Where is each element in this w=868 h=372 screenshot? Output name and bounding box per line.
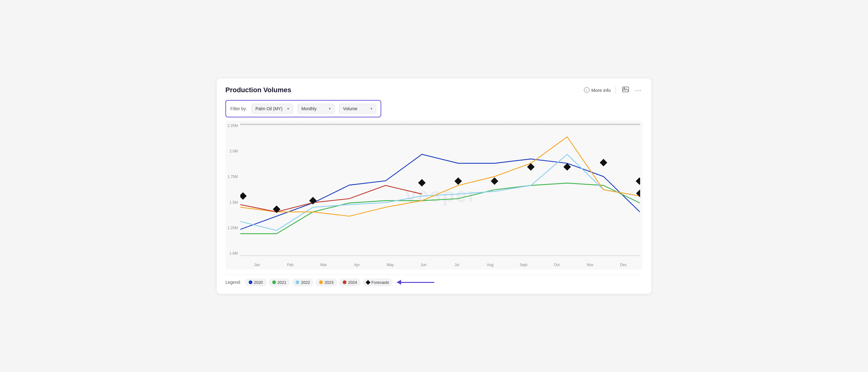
forecast-nov: [636, 177, 640, 185]
forecast-oct: [600, 159, 607, 166]
legend-dot-2022: [296, 280, 299, 284]
more-info-button[interactable]: i More info: [584, 87, 611, 93]
legend-row: Legend: 2020 2021 2022 2023 2024 Forecas…: [225, 275, 643, 287]
legend-item-forecasts[interactable]: Forecasts: [363, 279, 393, 286]
legend-item-2024[interactable]: 2024: [339, 279, 361, 286]
y-label-225: 2.25M: [227, 124, 238, 128]
x-label-may: May: [373, 263, 407, 267]
y-axis: 2.25M 2.0M 1.75M 1.5M 1.25M 1.0M: [225, 124, 240, 256]
header-actions: i More info ···: [584, 86, 643, 94]
legend-dot-2023: [319, 280, 323, 284]
x-label-apr: Apr: [340, 263, 373, 267]
line-2021: [240, 183, 640, 234]
legend-text-2022: 2022: [301, 280, 310, 285]
legend-item-2020[interactable]: 2020: [245, 279, 267, 286]
image-button[interactable]: [621, 86, 630, 94]
legend-dot-2020: [249, 280, 252, 284]
period-select-wrapper: Monthly Weekly Quarterly Annual ▼: [298, 104, 335, 114]
legend-item-2021[interactable]: 2021: [269, 279, 290, 286]
period-select[interactable]: Monthly Weekly Quarterly Annual: [298, 104, 335, 114]
y-label-125: 1.25M: [227, 226, 238, 230]
arrow-container: [397, 282, 434, 283]
line-2023: [240, 136, 640, 216]
line-2020: [240, 154, 640, 229]
y-label-200: 2.0M: [229, 149, 238, 153]
legend-text-2023: 2023: [324, 280, 333, 285]
x-label-nov: Nov: [574, 263, 607, 267]
x-axis: Jan Feb Mar Apr May Jun Jul Aug Sept Oct…: [240, 263, 640, 267]
y-label-100: 1.0M: [229, 251, 238, 255]
legend-text-forecasts: Forecasts: [371, 280, 389, 285]
commodity-select-wrapper: Palm Oil (MY) Palm Oil (ID) Soybean Oil …: [251, 104, 293, 114]
x-label-mar: Mar: [307, 263, 340, 267]
x-label-dec: Dec: [607, 263, 640, 267]
legend-text-2020: 2020: [254, 280, 263, 285]
x-label-jan: Jan: [240, 263, 274, 267]
x-label-sept: Sept: [507, 263, 540, 267]
legend-item-2022[interactable]: 2022: [292, 279, 314, 286]
chart-area: vesper 2.25M 2.0M 1.75M 1.5M 1.25M 1.0M: [225, 121, 643, 270]
x-label-jun: Jun: [407, 263, 440, 267]
more-info-label: More info: [591, 88, 611, 93]
commodity-select[interactable]: Palm Oil (MY) Palm Oil (ID) Soybean Oil …: [251, 104, 293, 114]
filter-row: Filter by: Palm Oil (MY) Palm Oil (ID) S…: [225, 100, 381, 117]
vertical-divider: [616, 87, 616, 93]
x-label-feb: Feb: [274, 263, 307, 267]
legend-text-2024: 2024: [348, 280, 357, 285]
page-title: Production Volumes: [225, 86, 291, 94]
line-2022: [240, 154, 640, 230]
header-row: Production Volumes i More info ···: [225, 86, 643, 94]
info-icon: i: [584, 87, 590, 93]
y-label-150: 1.5M: [229, 200, 238, 205]
forecast-jan: [240, 192, 247, 200]
forecast-jun: [455, 177, 462, 185]
legend-item-2023[interactable]: 2023: [315, 279, 337, 286]
legend-dot-2024: [343, 280, 346, 284]
filter-by-label: Filter by:: [230, 106, 247, 111]
svg-point-1: [624, 88, 625, 89]
x-label-jul: Jul: [440, 263, 473, 267]
x-label-aug: Aug: [473, 263, 507, 267]
metric-select[interactable]: Volume Value Growth: [339, 104, 376, 114]
forecast-may: [418, 179, 426, 186]
svg-rect-0: [622, 87, 629, 92]
legend-text-2021: 2021: [278, 280, 286, 285]
production-volumes-card: Production Volumes i More info ··· Filte…: [217, 79, 651, 294]
chart-svg: [240, 124, 640, 256]
legend-diamond-forecasts: [366, 280, 371, 285]
forecast-jul: [491, 177, 498, 185]
arrow-indicator: [397, 282, 434, 283]
dots-icon: ···: [635, 87, 641, 93]
legend-label: Legend:: [225, 280, 241, 285]
more-options-button[interactable]: ···: [634, 86, 643, 94]
y-label-175: 1.75M: [227, 175, 238, 179]
line-2024: [240, 185, 422, 212]
legend-dot-2021: [272, 280, 276, 284]
metric-select-wrapper: Volume Value Growth ▼: [339, 104, 376, 114]
x-label-oct: Oct: [540, 263, 574, 267]
